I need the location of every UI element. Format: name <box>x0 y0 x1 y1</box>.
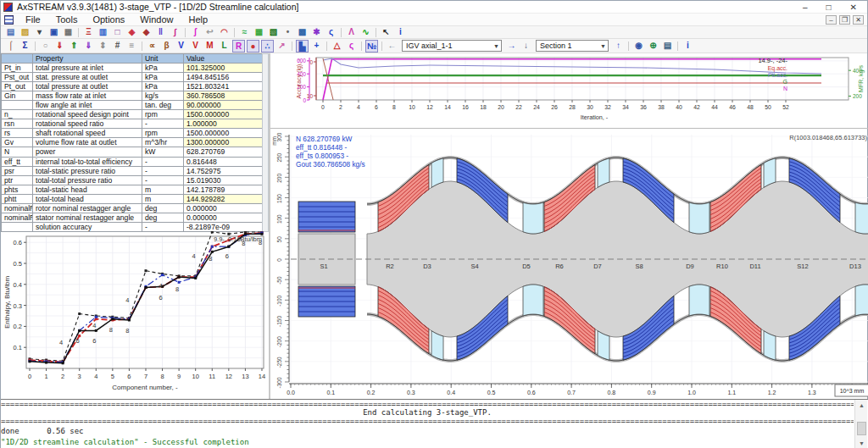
param-value-cell[interactable]: 0.000000 <box>184 203 263 213</box>
trend-icon[interactable]: ↗ <box>275 40 288 53</box>
map-icon[interactable]: ▩ <box>296 27 309 38</box>
preliminary-design-icon[interactable]: ▥ <box>97 27 109 38</box>
wrench-icon[interactable]: ⌠ <box>4 40 17 53</box>
mdi-close-button[interactable]: ✕ <box>853 15 864 25</box>
next-row-icon[interactable]: → <box>505 40 518 53</box>
param-value-cell[interactable]: 1521.803241 <box>184 82 263 91</box>
machine-icon[interactable]: ◈ <box>125 27 138 38</box>
param-value-cell[interactable]: 15.019030 <box>184 175 263 185</box>
save-icon[interactable]: ▣ <box>47 27 60 38</box>
section-select[interactable]: Section 1▼ <box>536 40 609 52</box>
document-icon[interactable] <box>4 15 14 25</box>
convergence-chart[interactable]: 0200400600Power, kW010Accuracy (lg), -20… <box>270 53 868 128</box>
undo-icon[interactable]: ↩ <box>203 27 216 38</box>
param-value-cell[interactable]: 1494.845156 <box>184 73 263 82</box>
triangle-icon[interactable]: △ <box>331 40 343 53</box>
param-value-cell[interactable]: 142.178789 <box>184 185 263 194</box>
beta-angle-icon[interactable]: β <box>160 40 173 53</box>
menu-item-tools[interactable]: Tools <box>51 14 88 25</box>
param-name-cell: stator nominal restagger angle <box>33 213 142 222</box>
flowpath-view[interactable]: S1R2D3S4D5R6D7S8D9R10D11S12D133002502001… <box>270 128 868 399</box>
print-icon[interactable]: ▦ <box>62 27 75 38</box>
property-table-scrollbar[interactable] <box>262 53 269 232</box>
loop-icon[interactable]: ∿ <box>359 27 372 38</box>
layers-icon[interactable]: ≡ <box>125 40 138 53</box>
param-value-cell[interactable]: 360.786508 <box>184 91 263 101</box>
param-value-cell[interactable]: 628.270769 <box>184 147 263 157</box>
param-name-cell: rotational speed design point <box>33 110 142 119</box>
minimize-button[interactable]: – <box>803 3 808 12</box>
blade-cascade-icon[interactable]: ≈ <box>238 27 251 38</box>
database-icon[interactable]: ◆ <box>140 27 153 38</box>
log-scrollbar[interactable]: ▲ ▼ <box>854 400 867 448</box>
optimization-icon[interactable]: ✱ <box>310 27 323 38</box>
mach-number-icon[interactable]: M <box>203 40 216 53</box>
point-icon[interactable]: • <box>281 27 294 38</box>
spline-icon[interactable]: ∫ <box>169 27 181 38</box>
points-plot-icon[interactable]: ● <box>247 40 259 53</box>
export-up-icon[interactable]: ⇑ <box>68 40 81 53</box>
mdi-minimize-button[interactable]: – <box>826 15 837 25</box>
new-icon[interactable]: ▤ <box>4 27 17 38</box>
swap-icon[interactable]: ⇕ <box>97 40 109 53</box>
param-value-cell[interactable]: 1300.000000 <box>184 138 263 147</box>
enthalpy-chart[interactable]: 0.10.20.30.40.50.601234567891011121314Co… <box>1 231 269 399</box>
histogram-icon[interactable]: ▙ <box>296 40 309 53</box>
section-up-icon[interactable]: ↑ <box>612 40 625 53</box>
menu-item-help[interactable]: Help <box>183 14 218 25</box>
param-value-cell[interactable]: 0.816448 <box>184 157 263 166</box>
param-value-cell[interactable]: -8.21897e-09 <box>184 222 263 231</box>
param-value-cell[interactable]: 14.752975 <box>184 166 263 175</box>
scroll-down-icon[interactable]: ▼ <box>857 439 866 448</box>
data-table-icon[interactable]: ▦ <box>253 27 265 38</box>
streamlines-icon[interactable]: ς <box>325 27 337 38</box>
report-icon[interactable]: ▤ <box>661 40 674 53</box>
menu-item-window[interactable]: Window <box>135 14 183 25</box>
zeta-icon[interactable]: ς <box>345 40 358 53</box>
blade-row-select[interactable]: IGV axial_1-1▼ <box>402 40 502 52</box>
import-down-icon[interactable]: ⇓ <box>53 40 66 53</box>
param-value-cell[interactable]: 144.929282 <box>184 194 263 203</box>
reaction-icon[interactable]: R <box>232 40 245 53</box>
profile-icon[interactable]: Λ <box>345 27 358 38</box>
open-icon[interactable]: ▨ <box>19 27 31 38</box>
open-dropdown-icon[interactable]: ▾ <box>33 27 46 38</box>
param-value-cell[interactable]: 101.325000 <box>184 64 263 73</box>
velocity-rel-icon[interactable]: V <box>189 40 202 53</box>
transfer-down-icon[interactable]: ⇓ <box>82 40 95 53</box>
context-help-icon[interactable]: ↖ <box>380 27 392 38</box>
render-3d-icon[interactable]: ◉ <box>632 40 645 53</box>
param-value-cell[interactable]: 0.000000 <box>184 213 263 222</box>
nb-diagram-icon[interactable]: № <box>365 40 378 53</box>
section-down-icon[interactable]: ↓ <box>520 40 532 53</box>
grid-icon[interactable]: # <box>111 40 124 53</box>
menu-item-file[interactable]: File <box>20 14 51 25</box>
info-icon[interactable]: i <box>394 27 407 38</box>
alpha-angle-icon[interactable]: ∝ <box>146 40 159 53</box>
maximize-button[interactable]: □ <box>826 3 832 12</box>
prev-row-icon[interactable]: ← <box>386 40 398 53</box>
point-small-icon[interactable]: ○ <box>39 40 52 53</box>
scroll-thumb[interactable] <box>857 422 866 435</box>
columns-icon[interactable]: ‖ <box>154 27 167 38</box>
param-value-cell[interactable]: 90.000000 <box>184 101 263 110</box>
globe-icon[interactable]: ⊕ <box>647 40 659 53</box>
summary-report-icon[interactable]: Ξ <box>82 27 95 38</box>
loss-icon[interactable]: L <box>218 40 231 53</box>
move-icon[interactable]: + <box>310 40 323 53</box>
menu-item-options[interactable]: Options <box>87 14 135 25</box>
velocity-abs-icon[interactable]: V <box>175 40 187 53</box>
arc-icon[interactable]: ◠ <box>218 27 231 38</box>
close-button[interactable]: ✕ <box>850 3 857 12</box>
sum-icon[interactable]: Σ <box>19 40 31 53</box>
param-value-cell[interactable]: 1500.000000 <box>184 129 263 138</box>
about-icon[interactable]: i <box>682 40 694 53</box>
curve-icon[interactable]: ʃ <box>189 27 202 38</box>
scroll-up-icon[interactable]: ▲ <box>857 401 866 410</box>
project-window-icon[interactable]: □ <box>111 27 124 38</box>
scatter-plot-icon[interactable]: ∴ <box>261 40 274 53</box>
mdi-restore-button[interactable]: ❐ <box>839 15 850 25</box>
param-value-cell[interactable]: 1500.000000 <box>184 110 263 119</box>
plot-icon[interactable]: ▧ <box>267 27 280 38</box>
param-value-cell[interactable]: 1.000000 <box>184 119 263 129</box>
